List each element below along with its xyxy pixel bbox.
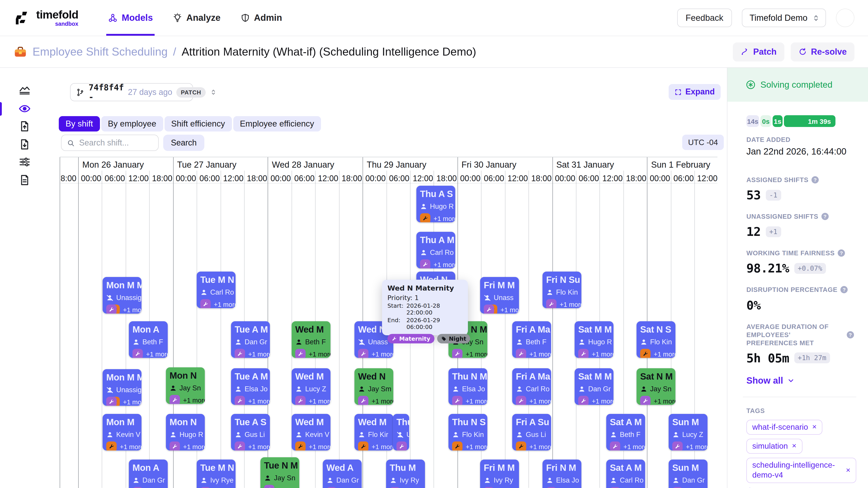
search-field[interactable]: [78, 138, 152, 148]
shift-card[interactable]: Sat N MJay Sn+1 more: [637, 368, 675, 405]
hour-label: 06:00: [199, 174, 220, 184]
shift-card[interactable]: Thu A SHugo R+1 more: [416, 186, 455, 222]
shift-card[interactable]: Mon ADan Gr+1 more: [129, 459, 168, 488]
wrench-icon: [518, 351, 524, 357]
tag-remove-icon[interactable]: ×: [846, 466, 850, 475]
search-input[interactable]: [61, 135, 159, 151]
tag-pill[interactable]: scheduling-intelligence-demo-v4×: [746, 458, 856, 483]
expand-button[interactable]: Expand: [669, 84, 721, 100]
shift-card[interactable]: Mon NJay Sn+1 more: [166, 367, 205, 404]
shift-card[interactable]: Fri M MUnass+1 more: [480, 277, 519, 314]
shift-assignee-name: Carl Ro: [620, 476, 644, 484]
avatar[interactable]: [836, 8, 855, 27]
shift-card[interactable]: Fri M MIvy Ry+1 more: [480, 459, 519, 488]
help-icon[interactable]: ?: [841, 286, 848, 293]
help-icon[interactable]: ?: [838, 250, 845, 257]
shift-title: Mon N: [169, 417, 201, 427]
feedback-button[interactable]: Feedback: [677, 8, 732, 27]
shift-assignee-name: Kevin V: [116, 431, 141, 439]
shift-card[interactable]: Mon M MUnassig+1 more: [103, 277, 142, 314]
shift-card[interactable]: Tue N MJay Sn+1 more: [260, 457, 299, 488]
shift-card[interactable]: Wed NJay Sm+1 more: [354, 368, 393, 405]
shift-assignee-name: Carl Ro: [430, 249, 454, 257]
tab-shift-efficiency[interactable]: Shift efficiency: [164, 116, 232, 131]
shift-card[interactable]: Sun MLucy Z+1 more: [669, 414, 708, 451]
sliders-icon: [19, 156, 31, 168]
add-tag-button[interactable]: +: [746, 485, 856, 488]
shift-card[interactable]: Sat A MBeth F+1 more: [606, 414, 645, 451]
tab-by-employee[interactable]: By employee: [101, 116, 163, 131]
sidebar-item-sliders-icon[interactable]: [19, 156, 31, 168]
shift-assignee: Elsa Jo: [235, 385, 266, 393]
tab-employee-efficiency[interactable]: Employee efficiency: [233, 116, 321, 131]
shift-card[interactable]: Fri A MaCarl Ro+1 more: [512, 368, 551, 405]
help-icon[interactable]: ?: [847, 331, 854, 338]
resolve-button[interactable]: Re-solve: [791, 42, 855, 61]
workspace-select[interactable]: Timefold Demo (San: [742, 8, 826, 27]
search-button[interactable]: Search: [163, 135, 204, 151]
tab-by-shift[interactable]: By shift: [59, 116, 100, 131]
show-all-link[interactable]: Show all: [746, 376, 856, 386]
version-select[interactable]: 74f8f4f - 27 days ago PATCH: [70, 83, 193, 101]
shift-card[interactable]: Wed MBeth F+1 more: [291, 321, 331, 358]
shift-card[interactable]: Tue M NIvy Rye+1 more: [197, 459, 236, 488]
shift-card[interactable]: Fri A SuGus Li+1 more: [512, 414, 551, 451]
kpi-stat: DISRUPTION PERCENTAGE?0%: [746, 286, 856, 312]
shift-card[interactable]: Tue A MElsa Jo+1 more: [231, 368, 270, 405]
help-icon[interactable]: ?: [812, 176, 819, 184]
shift-card[interactable]: Thu A MCarl Ro+1 more: [416, 232, 455, 268]
shift-card[interactable]: Mon ABeth F+1 more: [129, 321, 168, 358]
shift-card[interactable]: Wed MFlo Kir+1 more: [354, 414, 393, 451]
shift-card[interactable]: Tue A SGus Li+1 more: [231, 414, 270, 451]
shift-card[interactable]: Sat N SFlo Kin+1 more: [637, 321, 675, 358]
breadcrumb-model-link[interactable]: Employee Shift Scheduling: [33, 45, 168, 58]
sidebar-item-eye-icon[interactable]: [19, 103, 31, 115]
shift-assignee: Hugo R: [578, 338, 610, 346]
sidebar-item-file-down-icon[interactable]: [19, 138, 31, 151]
help-icon[interactable]: ?: [822, 213, 829, 220]
sidebar-active-indicator: [0, 102, 2, 116]
shift-card[interactable]: Wed MLucy Z+1 more: [291, 368, 331, 405]
nav-item-models[interactable]: Models: [108, 0, 153, 36]
shift-badges: +1 more: [235, 442, 266, 451]
shift-card[interactable]: Fri A MaBeth F+1 more: [512, 321, 551, 358]
kpi-label: DISRUPTION PERCENTAGE?: [746, 286, 856, 294]
shift-card[interactable]: Fri N MElsa Jo+1 more: [542, 459, 581, 488]
shift-assignee-name: Hugo R: [588, 338, 612, 346]
nav-item-admin[interactable]: Admin: [240, 0, 282, 36]
shift-tag-badge-purple: [169, 442, 180, 451]
sidebar-item-file-up-icon[interactable]: [19, 120, 31, 133]
shift-card[interactable]: Sat A MCarl Ro+1 more: [606, 459, 645, 488]
shift-card[interactable]: Thu N MElsa Jo+1 more: [448, 368, 487, 405]
tag-pill[interactable]: what-if-scenario×: [746, 420, 823, 435]
shift-card[interactable]: Mon MKevin V+1 more: [103, 414, 142, 451]
shift-tag-badge-purple: [200, 299, 211, 308]
timezone-badge[interactable]: UTC -04: [682, 135, 724, 150]
shift-card[interactable]: Mon NHugo R+1 more: [166, 414, 205, 451]
shift-card[interactable]: Mon M MUnassig+1 more: [103, 369, 142, 406]
shift-card[interactable]: Tue M NCarl Ro+1 more: [197, 271, 236, 308]
tag-pill[interactable]: simulation×: [746, 439, 802, 454]
patch-button[interactable]: Patch: [733, 42, 784, 61]
shift-badges: +1 more: [640, 349, 672, 358]
nav-item-analyze[interactable]: Analyze: [173, 0, 220, 36]
shift-card[interactable]: Sat M MDan Gr+1 more: [575, 368, 614, 405]
timefold-logo[interactable]: timefold sandbox: [13, 9, 78, 27]
shift-card[interactable]: ThuU+: [393, 414, 409, 451]
tag-remove-icon[interactable]: ×: [792, 442, 797, 451]
shift-card[interactable]: Fri N SuFlo Kin+1 more: [542, 271, 581, 308]
shift-card[interactable]: Wed MKevin V+1 more: [291, 414, 331, 451]
shift-card[interactable]: Thu N SFlo Kin+1 more: [448, 414, 487, 451]
sidebar-item-chart-icon[interactable]: [19, 84, 31, 97]
shift-tag-badge-purple: [235, 396, 245, 405]
shift-card[interactable]: Thu MIvy Ry+1 more: [386, 459, 425, 488]
shift-assignee: Hugo R: [420, 202, 452, 210]
shift-card[interactable]: Sat M MHugo R+1 more: [575, 321, 614, 358]
shift-assignee: Unassig: [106, 386, 138, 394]
tag-remove-icon[interactable]: ×: [812, 423, 817, 432]
sidebar-item-doc-icon[interactable]: [19, 174, 31, 187]
shift-card[interactable]: Tue A MDan Gr+1 more: [231, 321, 270, 358]
shift-card[interactable]: Wed ADan Gr+1 more: [323, 459, 362, 488]
shift-assignee-name: Lucy Z: [682, 431, 703, 439]
shift-card[interactable]: Sun MDan Gr+1 more: [669, 459, 708, 488]
